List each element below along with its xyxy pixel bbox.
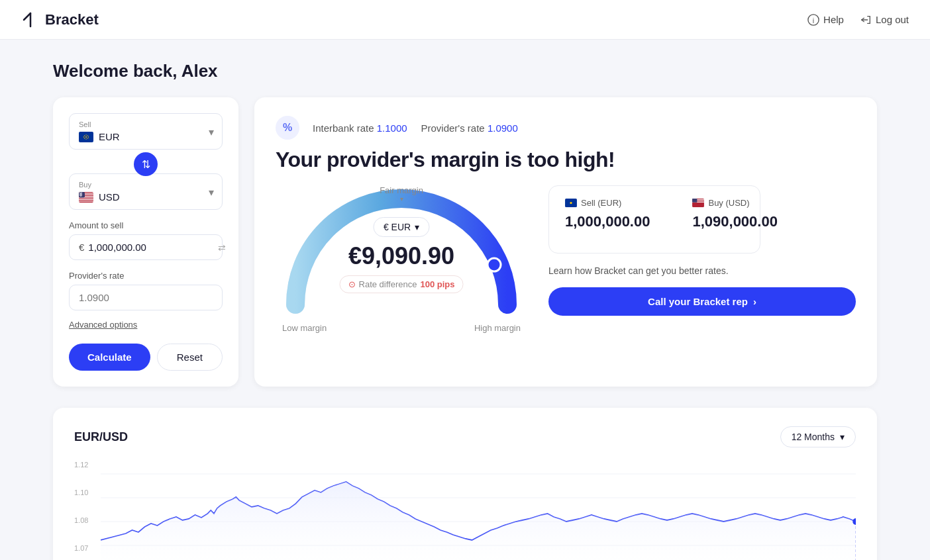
svg-point-6 bbox=[85, 136, 87, 138]
sell-label: Sell bbox=[79, 120, 213, 128]
svg-point-7 bbox=[85, 134, 86, 135]
gauge-amount: €9,090.90 bbox=[348, 242, 454, 270]
sell-summary-amount: 1,000,000.00 bbox=[565, 213, 650, 230]
rate-diff-label: Rate difference bbox=[359, 279, 417, 289]
btn-row: Calculate Reset bbox=[69, 344, 223, 371]
swap-button[interactable]: ⇅ bbox=[134, 152, 158, 176]
percent-icon: % bbox=[276, 116, 299, 140]
warning-circle-icon: ⊙ bbox=[348, 279, 356, 289]
buy-currency-text: USD bbox=[99, 191, 120, 203]
provider-rate-input[interactable] bbox=[69, 285, 223, 310]
sell-chevron-icon: ▾ bbox=[209, 125, 214, 138]
chart-area bbox=[101, 461, 856, 560]
y-label-4: 1.07 bbox=[74, 544, 98, 552]
result-panel: % Interbank rate 1.1000 Provider's rate … bbox=[254, 97, 877, 387]
svg-point-27 bbox=[81, 193, 81, 194]
svg-point-23 bbox=[79, 192, 80, 193]
y-label-1: 1.12 bbox=[74, 461, 98, 469]
chart-svg bbox=[101, 461, 856, 560]
buy-currency-select[interactable]: Buy bbox=[69, 173, 223, 210]
interbank-value: 1.1000 bbox=[377, 122, 407, 134]
amount-input[interactable] bbox=[88, 242, 214, 253]
svg-marker-46 bbox=[101, 482, 856, 560]
main-content: Welcome back, Alex Sell bbox=[0, 40, 930, 560]
sell-currency-select[interactable]: Sell bbox=[69, 113, 223, 150]
provider-rate-label: Provider's rate bbox=[69, 271, 223, 281]
y-label-3: 1.08 bbox=[74, 516, 98, 524]
transfer-icon: ⇄ bbox=[218, 242, 226, 253]
svg-point-26 bbox=[80, 193, 81, 194]
timeframe-select[interactable]: 12 Months ▾ bbox=[780, 426, 856, 447]
svg-text:i: i bbox=[813, 16, 814, 24]
chart-header: EUR/USD 12 Months ▾ bbox=[74, 426, 856, 447]
svg-point-10 bbox=[87, 135, 88, 136]
reset-button[interactable]: Reset bbox=[157, 344, 223, 371]
svg-point-25 bbox=[81, 192, 82, 193]
svg-point-35 bbox=[570, 202, 572, 204]
swap-container: ⇅ bbox=[69, 152, 223, 176]
buy-chevron-icon: ▾ bbox=[209, 185, 214, 198]
logout-icon bbox=[860, 14, 872, 26]
svg-line-0 bbox=[24, 13, 30, 20]
provider-label: Provider's rate bbox=[421, 122, 487, 134]
summary-box: Sell (EUR) 1,000,000.00 bbox=[548, 185, 760, 254]
svg-rect-20 bbox=[79, 199, 93, 199]
buy-summary: Buy (USD) 1,090,000.00 bbox=[692, 198, 777, 230]
sell-currency-text: EUR bbox=[99, 131, 120, 142]
svg-point-8 bbox=[85, 138, 86, 139]
header: Bracket i Help Log out bbox=[0, 0, 930, 40]
content-row: Sell bbox=[53, 97, 877, 387]
logout-button[interactable]: Log out bbox=[860, 14, 909, 26]
svg-point-32 bbox=[81, 195, 81, 196]
svg-point-9 bbox=[84, 135, 85, 136]
svg-point-30 bbox=[81, 194, 82, 195]
learn-text: Learn how Bracket can get you better rat… bbox=[548, 264, 856, 278]
help-icon: i bbox=[807, 14, 819, 26]
timeframe-label: 12 Months bbox=[792, 432, 835, 442]
gauge-currency-select[interactable]: € EUR ▾ bbox=[374, 217, 429, 237]
margin-title: Your provider's margin is too high! bbox=[276, 148, 856, 172]
help-label: Help bbox=[823, 14, 844, 25]
gauge-labels: Low margin High margin bbox=[276, 323, 527, 333]
eur-flag bbox=[79, 132, 93, 142]
svg-point-29 bbox=[80, 194, 81, 195]
left-panel: Sell bbox=[53, 97, 238, 387]
gauge-container: Fair margin ▾ bbox=[276, 185, 527, 333]
interbank-label: Interbank rate bbox=[313, 122, 377, 134]
rate-info: Interbank rate 1.1000 Provider's rate 1.… bbox=[313, 122, 518, 134]
logout-label: Log out bbox=[876, 14, 909, 25]
learn-section: Learn how Bracket can get you better rat… bbox=[548, 264, 856, 316]
call-rep-button[interactable]: Call your Bracket rep › bbox=[548, 287, 856, 316]
svg-rect-21 bbox=[79, 201, 93, 201]
chevron-right-icon: › bbox=[753, 296, 756, 307]
euro-sign: € bbox=[79, 242, 84, 253]
rate-bar: % Interbank rate 1.1000 Provider's rate … bbox=[276, 116, 856, 140]
svg-point-24 bbox=[80, 192, 81, 193]
chart-wrap: 1.12 1.10 1.08 1.07 1.06 bbox=[74, 461, 856, 560]
logo-text: Bracket bbox=[45, 11, 99, 28]
y-label-2: 1.10 bbox=[74, 489, 98, 496]
header-right: i Help Log out bbox=[807, 14, 909, 26]
fair-margin-arrow: ▾ bbox=[380, 195, 423, 203]
gauge-center: € EUR ▾ €9,090.90 ⊙ Rate difference 100 … bbox=[340, 217, 464, 293]
buy-currency-value: USD bbox=[79, 191, 213, 203]
gauge-chevron-icon: ▾ bbox=[415, 222, 419, 232]
svg-point-13 bbox=[83, 136, 84, 137]
timeframe-chevron-icon: ▾ bbox=[840, 432, 845, 442]
svg-point-31 bbox=[80, 195, 81, 196]
summary-cta-column: Sell (EUR) 1,000,000.00 bbox=[548, 185, 856, 316]
chart-y-labels: 1.12 1.10 1.08 1.07 1.06 bbox=[74, 461, 98, 560]
gauge-result-row: Fair margin ▾ bbox=[276, 185, 856, 333]
help-button[interactable]: i Help bbox=[807, 14, 844, 26]
advanced-options-link[interactable]: Advanced options bbox=[69, 320, 137, 330]
high-margin-label: High margin bbox=[474, 323, 521, 333]
sell-summary-label: Sell (EUR) bbox=[565, 198, 650, 208]
svg-point-14 bbox=[88, 136, 89, 137]
buy-summary-label: Buy (USD) bbox=[692, 198, 777, 208]
chart-section: EUR/USD 12 Months ▾ 1.12 1.10 1.08 1.07 … bbox=[53, 408, 877, 560]
calculate-button[interactable]: Calculate bbox=[69, 344, 150, 371]
sell-flag-icon bbox=[565, 199, 577, 207]
amount-label: Amount to sell bbox=[69, 220, 223, 230]
svg-rect-40 bbox=[693, 199, 698, 203]
amount-input-wrap: € ⇄ bbox=[69, 234, 223, 260]
